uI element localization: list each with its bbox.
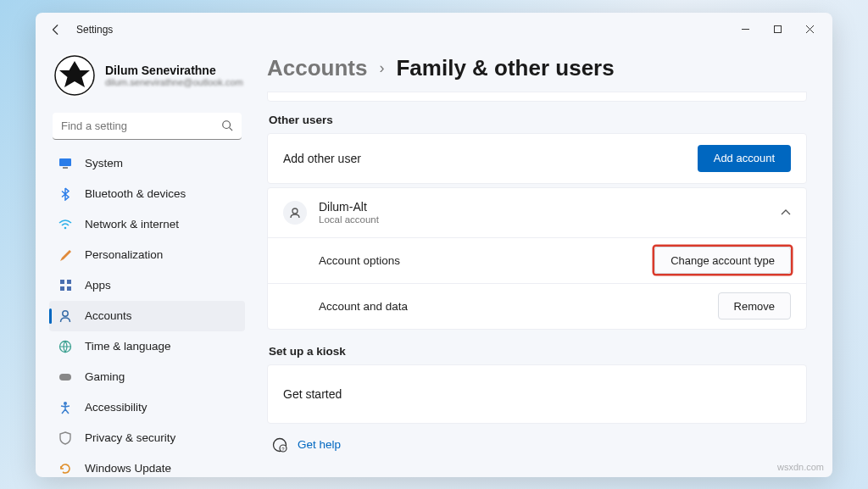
shield-icon	[58, 431, 73, 446]
sidebar-item-label: Accounts	[85, 309, 132, 322]
chevron-up-icon	[781, 206, 791, 219]
add-user-card: Add other user Add account	[267, 133, 807, 184]
help-icon: ?	[272, 437, 287, 453]
account-options-label: Account options	[319, 254, 654, 267]
accessibility-icon	[58, 400, 73, 415]
kiosk-label: Set up a kiosk	[269, 345, 807, 358]
window-controls	[729, 16, 826, 43]
app-title: Settings	[76, 24, 113, 36]
person-icon	[58, 308, 73, 324]
svg-point-13	[63, 310, 68, 315]
sidebar-item-label: Privacy & security	[85, 431, 175, 444]
sidebar-item-gaming[interactable]: Gaming	[49, 362, 245, 392]
sidebar-item-label: Bluetooth & devices	[85, 187, 186, 200]
user-account-card: Dilum-Alt Local account Account options …	[267, 187, 807, 330]
help-row: ? Get help	[272, 437, 807, 453]
get-started-label: Get started	[283, 387, 791, 401]
sidebar-item-label: Time & language	[85, 340, 171, 353]
sidebar-item-time[interactable]: Time & language	[49, 331, 245, 362]
brush-icon	[58, 247, 73, 263]
svg-point-8	[64, 226, 67, 229]
search-input[interactable]	[53, 113, 242, 140]
maximize-button[interactable]	[761, 16, 793, 43]
sidebar-item-label: Personalization	[85, 248, 163, 261]
minimize-button[interactable]	[729, 16, 761, 43]
sidebar-item-label: Network & internet	[85, 218, 179, 231]
svg-rect-11	[60, 286, 64, 291]
update-icon	[58, 461, 73, 476]
user-subpanel: Account options Change account type Acco…	[268, 237, 806, 329]
monitor-icon	[58, 156, 73, 171]
close-button[interactable]	[793, 16, 826, 43]
sidebar-item-label: Accessibility	[85, 401, 147, 414]
user-name: Dilum-Alt	[319, 200, 771, 214]
titlebar: Settings	[36, 13, 832, 47]
sidebar-item-label: Gaming	[85, 370, 125, 383]
back-button[interactable]	[42, 16, 70, 43]
section-strip	[267, 92, 807, 102]
apps-icon	[58, 278, 73, 293]
user-subtitle: Local account	[319, 214, 771, 225]
svg-rect-6	[59, 158, 71, 166]
chevron-right-icon: ›	[379, 59, 384, 77]
search-row	[53, 113, 242, 140]
sidebar-item-label: Windows Update	[85, 462, 171, 475]
settings-window: Settings Dilum Se	[36, 13, 832, 477]
person-icon	[283, 201, 307, 225]
sidebar: Dilum Senevirathne dilum.senevirathne@ou…	[36, 47, 252, 477]
profile-email: dilum.senevirathne@outlook.com	[105, 77, 243, 87]
sidebar-item-privacy[interactable]: Privacy & security	[49, 423, 245, 453]
search-icon	[221, 119, 233, 134]
sidebar-item-personalization[interactable]: Personalization	[49, 240, 245, 270]
sidebar-item-bluetooth[interactable]: Bluetooth & devices	[49, 179, 245, 209]
breadcrumb-current: Family & other users	[396, 55, 614, 81]
other-users-label: Other users	[269, 114, 807, 126]
sidebar-item-accessibility[interactable]: Accessibility	[49, 392, 245, 423]
svg-rect-1	[774, 26, 781, 33]
breadcrumb: Accounts › Family & other users	[267, 55, 807, 81]
add-user-label: Add other user	[283, 152, 698, 165]
sidebar-item-system[interactable]: System	[49, 148, 245, 179]
gaming-icon	[58, 370, 73, 385]
sidebar-item-apps[interactable]: Apps	[49, 270, 245, 301]
main-content: Accounts › Family & other users Other us…	[252, 47, 832, 477]
svg-line-5	[230, 127, 233, 131]
wifi-icon	[58, 217, 73, 232]
svg-rect-7	[63, 167, 68, 169]
sidebar-item-label: System	[85, 157, 123, 169]
remove-account-button[interactable]: Remove	[718, 292, 791, 320]
profile-name: Dilum Senevirathne	[105, 64, 243, 77]
sidebar-item-label: Apps	[85, 279, 111, 292]
watermark: wsxdn.com	[777, 462, 824, 472]
sidebar-item-network[interactable]: Network & internet	[49, 209, 245, 240]
profile[interactable]: Dilum Senevirathne dilum.senevirathne@ou…	[49, 50, 245, 108]
bluetooth-icon	[58, 186, 73, 202]
nav-list: System Bluetooth & devices Network & int…	[49, 148, 245, 477]
change-account-type-button[interactable]: Change account type	[654, 247, 791, 274]
svg-rect-10	[67, 280, 71, 284]
svg-point-4	[223, 120, 231, 128]
account-data-row: Account and data Remove	[268, 283, 806, 329]
account-data-label: Account and data	[319, 300, 718, 313]
avatar	[54, 53, 95, 97]
user-account-row[interactable]: Dilum-Alt Local account	[268, 188, 806, 237]
svg-point-17	[292, 208, 298, 214]
globe-icon	[58, 339, 73, 354]
kiosk-card[interactable]: Get started	[267, 364, 807, 424]
account-options-row: Account options Change account type	[268, 237, 806, 283]
sidebar-item-accounts[interactable]: Accounts	[49, 301, 245, 331]
svg-point-16	[64, 402, 67, 405]
breadcrumb-parent[interactable]: Accounts	[267, 55, 367, 81]
svg-rect-15	[59, 374, 71, 381]
svg-rect-12	[67, 286, 71, 291]
add-account-button[interactable]: Add account	[698, 145, 791, 172]
svg-rect-9	[60, 280, 64, 284]
sidebar-item-update[interactable]: Windows Update	[49, 453, 245, 477]
get-help-link[interactable]: Get help	[298, 438, 341, 451]
